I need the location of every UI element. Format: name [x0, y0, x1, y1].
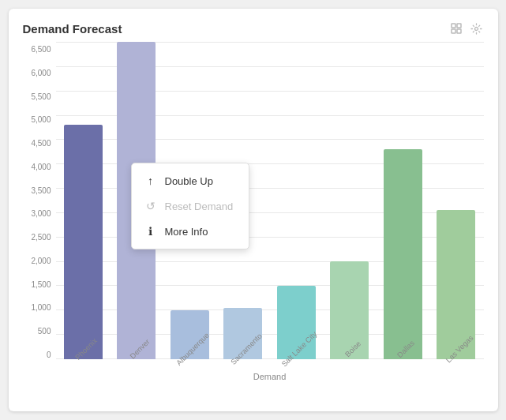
y-axis-label: 6,000: [23, 69, 56, 77]
context-menu: ↑Double Up↺Reset DemandℹMore Info: [131, 163, 249, 249]
settings-icon[interactable]: [470, 21, 484, 36]
bar-group[interactable]: Dallas: [379, 42, 428, 359]
card-header: Demand Forecast: [23, 21, 484, 36]
svg-rect-0: [452, 24, 455, 28]
bar-group[interactable]: Salt Lake City: [272, 42, 321, 359]
menu-item-reset-demand: ↺Reset Demand: [132, 193, 249, 219]
menu-item-double-up[interactable]: ↑Double Up: [132, 168, 249, 193]
y-axis-label: 3,000: [23, 209, 56, 218]
svg-rect-3: [457, 29, 461, 33]
svg-rect-1: [457, 24, 461, 28]
expand-icon[interactable]: [449, 21, 463, 36]
y-axis-label: 5,500: [23, 92, 56, 101]
chart-inner: PhoenixDenverAlbuquerqueSacramentoSalt L…: [56, 42, 484, 381]
y-axis-label: 4,000: [23, 163, 56, 171]
svg-point-4: [475, 27, 478, 30]
y-axis-label: 6,500: [23, 45, 56, 54]
reset-demand-icon: ↺: [144, 200, 157, 212]
y-axis-label: 500: [23, 327, 56, 336]
y-axis-label: 0: [23, 351, 56, 359]
card-title: Demand Forecast: [23, 22, 122, 36]
y-axis-label: 5,000: [23, 115, 56, 124]
bar: [384, 149, 422, 359]
y-axis-label: 1,500: [23, 280, 56, 289]
card-icons: [449, 21, 484, 36]
chart-area: 05001,0001,5002,0002,5003,0003,5004,0004…: [23, 42, 484, 381]
y-axis: 05001,0001,5002,0002,5003,0003,5004,0004…: [23, 42, 56, 381]
more-info-label: More Info: [165, 226, 208, 238]
y-axis-label: 4,500: [23, 139, 56, 148]
y-axis-label: 2,500: [23, 233, 56, 242]
bar-group[interactable]: Phoenix: [59, 42, 108, 359]
y-axis-label: 3,500: [23, 186, 56, 195]
bars-container[interactable]: PhoenixDenverAlbuquerqueSacramentoSalt L…: [56, 42, 484, 381]
double-up-icon: ↑: [144, 174, 157, 187]
bar-group[interactable]: Boise: [325, 42, 374, 359]
bar-group[interactable]: Las Vegas: [432, 42, 481, 359]
double-up-label: Double Up: [165, 175, 213, 187]
x-axis-label: Demand: [253, 372, 287, 381]
y-axis-label: 1,000: [23, 303, 56, 312]
more-info-icon: ℹ: [144, 225, 157, 238]
demand-forecast-card: Demand Forecast 05001,0001,5002,0002,500…: [9, 9, 498, 411]
y-axis-label: 2,000: [23, 257, 56, 265]
svg-rect-2: [452, 29, 455, 33]
bar: [64, 125, 103, 359]
reset-demand-label: Reset Demand: [165, 201, 234, 212]
menu-item-more-info[interactable]: ℹMore Info: [132, 219, 249, 244]
